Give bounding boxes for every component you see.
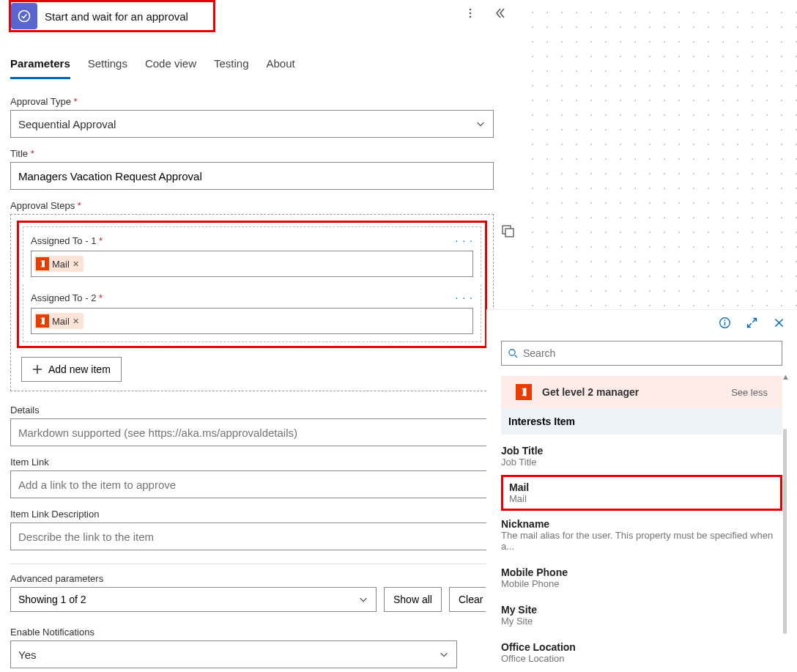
tab-bar: Parameters Settings Code view Testing Ab… bbox=[10, 57, 523, 80]
tab-about[interactable]: About bbox=[267, 57, 295, 79]
svg-point-0 bbox=[19, 11, 30, 22]
connector-title: Get level 2 manager bbox=[542, 386, 639, 398]
dynamic-content-search[interactable] bbox=[501, 341, 782, 366]
advanced-label: Advanced parameters bbox=[10, 573, 523, 584]
svg-rect-10 bbox=[724, 322, 725, 325]
office-icon bbox=[36, 257, 49, 270]
show-all-button[interactable]: Show all bbox=[384, 587, 442, 612]
details-input[interactable] bbox=[10, 418, 494, 446]
expand-icon[interactable] bbox=[746, 317, 758, 332]
assigned-2-input[interactable]: Mail ✕ bbox=[31, 308, 473, 334]
list-item-job-title[interactable]: Job Title Job Title bbox=[501, 437, 782, 475]
close-icon[interactable] bbox=[773, 317, 785, 332]
tab-settings[interactable]: Settings bbox=[88, 57, 127, 79]
svg-rect-5 bbox=[505, 229, 514, 237]
item-link-desc-label: Item Link Description bbox=[10, 509, 523, 520]
approval-steps-container: Assigned To - 1 * · · · Mail ✕ Assigned … bbox=[10, 214, 494, 391]
list-item-mobile-phone[interactable]: Mobile Phone Mobile Phone bbox=[501, 559, 782, 597]
more-vertical-icon[interactable] bbox=[464, 7, 478, 21]
list-item-office-location[interactable]: Office Location Office Location bbox=[501, 634, 782, 671]
assigned-1-menu[interactable]: · · · bbox=[456, 235, 473, 246]
info-icon[interactable] bbox=[719, 317, 731, 332]
action-config-panel: Start and wait for an approval Parameter… bbox=[10, 0, 523, 672]
caret-up-icon[interactable]: ▲ bbox=[782, 372, 790, 381]
see-less-link[interactable]: See less bbox=[731, 387, 768, 398]
assigned-2-token[interactable]: Mail ✕ bbox=[34, 313, 84, 329]
assigned-2-label: Assigned To - 2 * bbox=[31, 292, 103, 303]
action-header: Start and wait for an approval bbox=[9, 0, 215, 32]
tab-testing[interactable]: Testing bbox=[214, 57, 249, 79]
item-link-desc-input[interactable] bbox=[10, 523, 494, 550]
list-item-mail[interactable]: Mail Mail bbox=[501, 475, 782, 511]
list-item-nickname[interactable]: Nickname The mail alias for the user. Th… bbox=[501, 511, 782, 559]
svg-point-11 bbox=[509, 349, 515, 355]
office-icon bbox=[36, 314, 49, 328]
svg-point-9 bbox=[724, 320, 726, 321]
approvals-app-icon bbox=[11, 3, 37, 29]
collapse-panel-icon[interactable] bbox=[494, 7, 507, 21]
enable-notifications-label: Enable Notifications bbox=[10, 627, 523, 638]
assigned-1-label: Assigned To - 1 * bbox=[31, 235, 103, 246]
office-icon bbox=[516, 384, 532, 400]
search-icon bbox=[508, 348, 519, 359]
tab-code-view[interactable]: Code view bbox=[145, 57, 196, 79]
assigned-step-1: Assigned To - 1 * · · · Mail ✕ bbox=[23, 226, 481, 277]
svg-point-2 bbox=[470, 12, 472, 15]
assigned-step-2: Assigned To - 2 * · · · Mail ✕ bbox=[23, 284, 481, 342]
remove-token-icon[interactable]: ✕ bbox=[73, 317, 79, 326]
details-label: Details bbox=[10, 405, 523, 416]
advanced-select[interactable]: Showing 1 of 2 bbox=[10, 587, 377, 612]
dynamic-content-list: Interests Item Job Title Job Title Mail … bbox=[501, 408, 782, 671]
svg-point-1 bbox=[470, 9, 472, 11]
connector-header[interactable]: Get level 2 manager See less ▲ bbox=[501, 376, 782, 408]
approval-type-label: Approval Type * bbox=[10, 96, 523, 107]
steps-highlight-box: Assigned To - 1 * · · · Mail ✕ Assigned … bbox=[17, 221, 487, 348]
svg-point-3 bbox=[470, 16, 472, 18]
insert-dynamic-content-icon[interactable] bbox=[500, 224, 515, 241]
clear-all-button[interactable]: Clear bbox=[449, 587, 486, 612]
tab-parameters[interactable]: Parameters bbox=[10, 57, 70, 79]
design-canvas bbox=[520, 0, 797, 308]
action-title: Start and wait for an approval bbox=[45, 10, 188, 23]
title-input[interactable] bbox=[10, 162, 494, 190]
divider bbox=[10, 564, 494, 564]
list-item-my-site[interactable]: My Site My Site bbox=[501, 597, 782, 634]
assigned-2-menu[interactable]: · · · bbox=[456, 292, 473, 303]
item-link-input[interactable] bbox=[10, 470, 494, 498]
title-label: Title * bbox=[10, 148, 523, 159]
assigned-1-token[interactable]: Mail ✕ bbox=[34, 256, 84, 272]
approval-type-value: Sequential Approval bbox=[18, 118, 116, 130]
remove-token-icon[interactable]: ✕ bbox=[73, 259, 79, 269]
enable-notifications-select[interactable]: Yes bbox=[10, 640, 457, 668]
item-link-label: Item Link bbox=[10, 457, 523, 468]
approval-steps-label: Approval Steps * bbox=[10, 200, 523, 211]
approval-type-select[interactable]: Sequential Approval bbox=[10, 110, 494, 138]
list-item-interests[interactable]: Interests Item bbox=[501, 408, 782, 435]
dynamic-content-panel: Get level 2 manager See less ▲ Interests… bbox=[486, 309, 797, 671]
assigned-1-input[interactable]: Mail ✕ bbox=[31, 251, 473, 277]
add-new-item-button[interactable]: Add new item bbox=[21, 357, 122, 382]
